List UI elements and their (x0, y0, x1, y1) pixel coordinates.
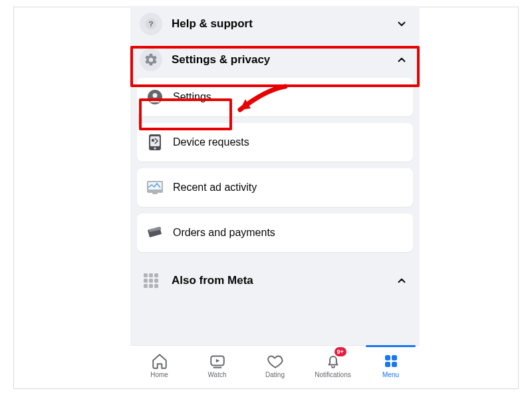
chevron-up-icon (396, 275, 408, 287)
svg-rect-17 (154, 279, 158, 283)
tab-dating[interactable]: Dating (246, 346, 304, 385)
svg-rect-23 (385, 355, 390, 360)
person-icon (146, 88, 164, 106)
svg-rect-14 (154, 273, 158, 277)
svg-point-6 (154, 147, 156, 149)
section-label: Settings & privacy (172, 53, 396, 66)
menu-screen: ? Help & support Settings & privacy (130, 6, 420, 352)
tab-menu[interactable]: Menu (362, 346, 420, 385)
svg-rect-12 (144, 273, 148, 277)
tab-label: Notifications (315, 371, 350, 378)
tab-watch[interactable]: Watch (188, 346, 246, 385)
ad-activity-icon (146, 179, 164, 196)
tab-label: Menu (382, 371, 399, 378)
chevron-up-icon (396, 54, 408, 66)
section-settings-privacy[interactable]: Settings & privacy (130, 42, 420, 78)
svg-rect-5 (150, 136, 160, 146)
section-label: Help & support (172, 17, 396, 31)
tab-home[interactable]: Home (130, 346, 188, 385)
svg-rect-19 (149, 284, 153, 288)
menu-item-device-requests[interactable]: Device requests (137, 123, 413, 162)
svg-text:?: ? (148, 19, 153, 28)
svg-rect-20 (154, 284, 158, 288)
section-label: Also from Meta (172, 274, 396, 287)
section-help-support[interactable]: ? Help & support (130, 6, 420, 42)
help-icon: ? (140, 13, 162, 35)
svg-rect-24 (392, 355, 397, 360)
svg-rect-18 (144, 284, 148, 288)
svg-rect-10 (152, 193, 158, 194)
screenshot-canvas: ? Help & support Settings & privacy (13, 7, 519, 389)
notification-badge: 9+ (334, 347, 346, 356)
menu-item-recent-ad-activity[interactable]: Recent ad activity (137, 168, 413, 207)
menu-item-label: Recent ad activity (173, 182, 257, 194)
svg-rect-25 (385, 362, 390, 367)
gear-icon (140, 49, 162, 71)
svg-rect-16 (149, 279, 153, 283)
menu-item-label: Orders and payments (173, 227, 275, 239)
tab-label: Watch (208, 371, 227, 378)
tab-notifications[interactable]: 9+ Notifications (304, 346, 362, 385)
svg-rect-26 (392, 362, 397, 367)
device-icon (146, 134, 164, 151)
section-also-from-meta[interactable]: Also from Meta (130, 263, 420, 299)
svg-point-3 (153, 93, 158, 98)
menu-item-label: Device requests (173, 136, 249, 148)
menu-grid-icon (382, 352, 400, 370)
svg-rect-13 (149, 273, 153, 277)
menu-item-settings[interactable]: Settings (137, 78, 413, 116)
bottom-tab-bar: Home Watch Dating (130, 345, 420, 385)
heart-icon (267, 352, 284, 370)
tab-label: Dating (265, 371, 285, 378)
settings-privacy-submenu: Settings Device requests (130, 78, 420, 263)
tab-label: Home (150, 371, 168, 378)
home-icon (151, 352, 168, 370)
apps-grid-icon (140, 269, 162, 292)
svg-rect-15 (144, 279, 148, 283)
payment-icon (146, 224, 164, 241)
watch-icon (209, 352, 226, 370)
chevron-down-icon (396, 18, 408, 30)
svg-point-7 (152, 139, 154, 142)
menu-item-orders-payments[interactable]: Orders and payments (137, 213, 413, 252)
menu-item-label: Settings (173, 91, 211, 103)
